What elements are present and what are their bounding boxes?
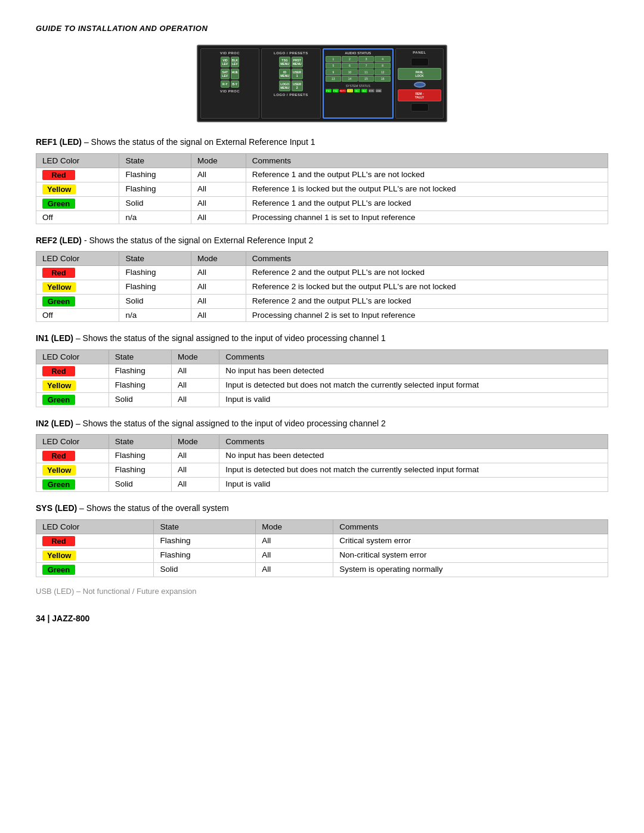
table-row: Green Solid All Reference 2 and the outp… [36, 295, 608, 309]
audio-btn-4[interactable]: 4 [374, 56, 391, 62]
audio-btn-8[interactable]: 8 [374, 63, 391, 69]
audio-btn-12[interactable]: 12 [374, 69, 391, 75]
logo-presets-title: LOGO / PRESETS [274, 51, 308, 55]
in2-row1-state: Flashing [109, 449, 171, 463]
audio-btn-11[interactable]: 11 [358, 69, 374, 75]
ref2-row2-mode: All [191, 280, 246, 295]
b-y-btn[interactable]: B-Y [231, 80, 240, 88]
in2-row2-comment: Input is detected but does not match the… [219, 463, 608, 478]
sys-row2-mode: All [256, 548, 333, 562]
prst-menu-btn[interactable]: PRSTMENU [292, 57, 303, 67]
logo-presets-section: LOGO / PRESETS TSGMENU PRSTMENU IDMENU U… [261, 48, 320, 119]
ps2-led: PS2 [333, 89, 339, 92]
ps1-led: PS1 [326, 89, 332, 92]
ref1-row1-mode: All [191, 168, 246, 182]
panl-lock-btn[interactable]: PANLLOCK [398, 68, 441, 80]
in2-header-state: State [109, 435, 171, 449]
table-row: Yellow Flashing All Input is detected bu… [36, 378, 608, 392]
audio-btn-10[interactable]: 10 [342, 69, 358, 75]
sys-header-state: State [154, 519, 256, 534]
in1-table: LED Color State Mode Comments Red Flashi… [36, 349, 608, 407]
audio-btn-15[interactable]: 15 [358, 76, 374, 82]
black-rect-top [411, 58, 429, 66]
rem-tally-btn[interactable]: REM -TALLY [398, 89, 441, 101]
sys-header-color: LED Color [36, 519, 154, 534]
in2-heading: IN2 (LED) – Shows the status of the sign… [36, 418, 608, 430]
in1-row1-color: Red [36, 364, 109, 378]
table-row: Off n/a All Processing channel 2 is set … [36, 309, 608, 322]
in1-row1-mode: All [172, 364, 219, 378]
in1-header-state: State [109, 349, 171, 364]
ref1-led: REF1 [340, 89, 346, 92]
ref2-header-comments: Comments [246, 252, 608, 266]
black-rect-bottom [411, 103, 429, 112]
hue-btn[interactable]: HUE [231, 69, 240, 79]
in2-row2-state: Flashing [109, 463, 171, 478]
ref1-row3-mode: All [191, 196, 246, 210]
table-row: Red Flashing All Reference 2 and the out… [36, 266, 608, 280]
vid-proc-section: VID PROC VIDLEV BLKLEV SATLEV HUE R-Y B-… [200, 48, 259, 119]
ref2-led: REF2 [347, 89, 353, 92]
ref2-row2-state: Flashing [119, 280, 191, 295]
ref1-row2-comment: Reference 1 is locked but the output PLL… [246, 182, 608, 196]
id-menu-btn[interactable]: IDMENU [279, 69, 290, 79]
panel-right-section: PANEL PANLLOCK REM -TALLY [395, 48, 444, 119]
audio-btn-16[interactable]: 16 [374, 76, 391, 82]
ref1-header-comments: Comments [246, 153, 608, 168]
ref2-row4-mode: All [191, 309, 246, 322]
ref2-row1-comment: Reference 2 and the output PLL's are not… [246, 266, 608, 280]
in2-row3-comment: Input is valid [219, 478, 608, 492]
table-row: Red Flashing All Reference 1 and the out… [36, 168, 608, 182]
audio-btn-2[interactable]: 2 [342, 56, 358, 62]
in1-row3-color: Green [36, 392, 109, 407]
in1-row3-mode: All [172, 392, 219, 407]
in2-row2-color: Yellow [36, 463, 109, 478]
audio-btn-9[interactable]: 9 [326, 69, 342, 75]
sys-row2-comment: Non-critical system error [333, 548, 608, 562]
table-row: Green Solid All System is operating norm… [36, 562, 608, 577]
sys-header-mode: Mode [256, 519, 333, 534]
audio-btn-5[interactable]: 5 [326, 63, 342, 69]
in1-row1-state: Flashing [109, 364, 171, 378]
ref1-row1-comment: Reference 1 and the output PLL's are not… [246, 168, 608, 182]
logo-menu-btn[interactable]: LOGOMENU [279, 80, 290, 91]
table-row: Yellow Flashing All Reference 2 is locke… [36, 280, 608, 295]
user1-btn[interactable]: USER1 [292, 69, 303, 79]
blk-lev-btn[interactable]: BLKLEV [231, 57, 240, 67]
ref2-header-color: LED Color [36, 252, 119, 266]
ref1-header-state: State [119, 153, 191, 168]
table-row: Green Solid All Input is valid [36, 478, 608, 492]
sys-row2-state: Flashing [154, 548, 256, 562]
table-row: Green Solid All Reference 1 and the outp… [36, 196, 608, 210]
audio-num-grid: 1 2 3 4 5 6 7 8 9 10 11 12 13 14 15 16 [326, 56, 391, 82]
in1-header-comments: Comments [219, 349, 608, 364]
audio-btn-7[interactable]: 7 [358, 63, 374, 69]
ref1-row4-color: Off [36, 210, 119, 224]
ref2-header-mode: Mode [191, 252, 246, 266]
ref2-row4-comment: Processing channel 2 is set to Input ref… [246, 309, 608, 322]
in1-row3-state: Solid [109, 392, 171, 407]
sys-row1-mode: All [256, 534, 333, 548]
sys-row3-mode: All [256, 562, 333, 577]
ref2-row3-mode: All [191, 295, 246, 309]
audio-btn-1[interactable]: 1 [326, 56, 342, 62]
ref2-row3-comment: Reference 2 and the output PLL's are loc… [246, 295, 608, 309]
ref2-heading: REF2 (LED) - Shows the status of the sig… [36, 235, 608, 247]
tsg-menu-btn[interactable]: TSGMENU [279, 57, 290, 67]
audio-btn-6[interactable]: 6 [342, 63, 358, 69]
user2-btn[interactable]: USER2 [292, 80, 303, 91]
audio-btn-3[interactable]: 3 [358, 56, 374, 62]
audio-btn-13[interactable]: 13 [326, 76, 342, 82]
sat-lev-btn[interactable]: SATLEV [221, 69, 230, 79]
in2-row1-color: Red [36, 449, 109, 463]
vid-lev-btn[interactable]: VIDLEV [221, 57, 230, 67]
sys-row3-color: Green [36, 562, 154, 577]
ref1-row1-state: Flashing [119, 168, 191, 182]
vid-proc-title: VID PROC [220, 51, 240, 55]
r-y-btn[interactable]: R-Y [221, 80, 230, 88]
logo-presets-footer: LOGO / PRESETS [274, 93, 308, 97]
audio-btn-14[interactable]: 14 [342, 76, 358, 82]
sys-led: SYS [369, 89, 374, 92]
sys-row1-state: Flashing [154, 534, 256, 548]
ref2-row4-state: n/a [119, 309, 191, 322]
